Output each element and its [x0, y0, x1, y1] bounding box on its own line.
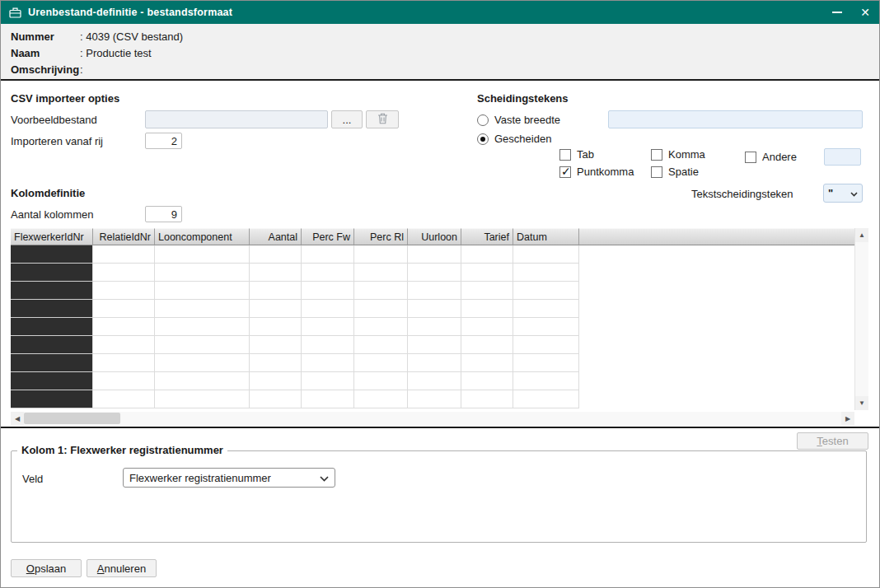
grid-cell[interactable]	[354, 245, 408, 264]
vertical-scrollbar[interactable]: ▲ ▼	[854, 228, 868, 410]
table-row[interactable]	[11, 245, 854, 264]
grid-cell[interactable]	[461, 336, 513, 354]
delete-file-button[interactable]	[366, 110, 399, 128]
checkbox-tab-box[interactable]	[559, 149, 571, 161]
grid-column-header[interactable]: Aantal	[250, 228, 302, 245]
checkbox-spatie-box[interactable]	[651, 166, 662, 178]
radio-gescheiden[interactable]: Gescheiden	[477, 133, 551, 145]
scroll-left-icon[interactable]: ◀	[11, 412, 24, 425]
grid-cell[interactable]	[250, 282, 302, 300]
grid-cell[interactable]	[513, 372, 579, 390]
grid-cell[interactable]	[461, 372, 513, 390]
grid-column-header[interactable]: Perc Rl	[354, 228, 408, 245]
grid-cell[interactable]	[155, 318, 250, 336]
grid-cell[interactable]	[461, 245, 513, 264]
table-row[interactable]	[11, 282, 854, 300]
grid-cell[interactable]	[302, 336, 354, 354]
selected-column-cell[interactable]	[11, 354, 93, 372]
grid-cell[interactable]	[93, 354, 155, 372]
andere-teken-input[interactable]	[824, 148, 861, 166]
vertical-scroll-track[interactable]	[855, 242, 868, 396]
grid-cell[interactable]	[461, 282, 513, 300]
grid-cell[interactable]	[408, 245, 461, 264]
selected-column-cell[interactable]	[11, 245, 93, 264]
table-row[interactable]	[11, 390, 854, 408]
checkbox-andere-box[interactable]	[745, 152, 756, 163]
grid-cell[interactable]	[155, 300, 250, 318]
grid-cell[interactable]	[461, 300, 513, 318]
opslaan-button[interactable]: Opslaan	[11, 559, 82, 577]
tekstscheidingsteken-select[interactable]: "	[823, 184, 863, 203]
grid-cell[interactable]	[93, 318, 155, 336]
grid-cell[interactable]	[354, 300, 408, 318]
selected-column-cell[interactable]	[11, 372, 93, 390]
grid-cell[interactable]	[408, 372, 461, 390]
grid-cell[interactable]	[354, 282, 408, 300]
grid-cell[interactable]	[155, 354, 250, 372]
grid-cell[interactable]	[93, 282, 155, 300]
grid-cell[interactable]	[408, 354, 461, 372]
selected-column-cell[interactable]	[11, 300, 93, 318]
grid-column-header[interactable]: RelatieIdNr	[93, 228, 155, 245]
aantal-kolommen-input[interactable]	[145, 206, 182, 222]
grid-cell[interactable]	[302, 282, 354, 300]
grid-cell[interactable]	[93, 264, 155, 282]
grid-cell[interactable]	[354, 336, 408, 354]
table-row[interactable]	[11, 354, 854, 372]
grid-cell[interactable]	[513, 390, 579, 408]
annuleren-button[interactable]: Annuleren	[87, 559, 157, 577]
testen-button[interactable]: Testen	[797, 432, 868, 450]
checkbox-puntkomma[interactable]: Puntkomma	[559, 166, 634, 178]
close-button[interactable]: ✕	[851, 1, 879, 24]
grid-cell[interactable]	[354, 354, 408, 372]
grid-cell[interactable]	[408, 264, 461, 282]
grid-cell[interactable]	[513, 245, 579, 264]
checkbox-andere[interactable]: Andere	[745, 151, 797, 163]
grid-cell[interactable]	[461, 390, 513, 408]
radio-vaste-breedte-circle[interactable]	[477, 114, 489, 126]
horizontal-scrollbar[interactable]: ◀ ▶	[11, 412, 854, 425]
grid-cell[interactable]	[250, 336, 302, 354]
voorbeeldbestand-input[interactable]	[145, 110, 328, 128]
grid-column-header[interactable]: Tarief	[461, 228, 513, 245]
grid-cell[interactable]	[354, 372, 408, 390]
grid-cell[interactable]	[155, 282, 250, 300]
grid-cell[interactable]	[302, 354, 354, 372]
grid-cell[interactable]	[408, 318, 461, 336]
grid-cell[interactable]	[302, 264, 354, 282]
grid-cell[interactable]	[250, 318, 302, 336]
grid-cell[interactable]	[93, 336, 155, 354]
checkbox-tab[interactable]: Tab	[559, 148, 594, 161]
grid-cell[interactable]	[155, 245, 250, 264]
grid-cell[interactable]	[408, 336, 461, 354]
grid-cell[interactable]	[354, 318, 408, 336]
grid-cell[interactable]	[513, 318, 579, 336]
checkbox-spatie[interactable]: Spatie	[651, 166, 699, 178]
importeren-vanaf-rij-input[interactable]	[145, 133, 182, 149]
table-row[interactable]	[11, 318, 854, 336]
grid-cell[interactable]	[93, 372, 155, 390]
grid-cell[interactable]	[461, 354, 513, 372]
checkbox-puntkomma-box[interactable]	[559, 166, 571, 178]
vaste-breedte-input[interactable]	[608, 110, 863, 128]
table-row[interactable]	[11, 264, 854, 282]
checkbox-komma-box[interactable]	[651, 149, 662, 161]
table-row[interactable]	[11, 300, 854, 318]
table-row[interactable]	[11, 372, 854, 390]
grid-cell[interactable]	[155, 390, 250, 408]
grid-column-header[interactable]: Perc Fw	[302, 228, 354, 245]
horizontal-scroll-thumb[interactable]	[24, 413, 120, 424]
grid-cell[interactable]	[354, 390, 408, 408]
grid-column-header[interactable]: Looncomponent	[155, 228, 250, 245]
selected-column-cell[interactable]	[11, 336, 93, 354]
table-row[interactable]	[11, 336, 854, 354]
grid-cell[interactable]	[302, 390, 354, 408]
grid-cell[interactable]	[93, 390, 155, 408]
grid-cell[interactable]	[513, 282, 579, 300]
grid-cell[interactable]	[513, 354, 579, 372]
grid-column-header[interactable]: Datum	[513, 228, 579, 245]
grid-cell[interactable]	[461, 264, 513, 282]
selected-column-cell[interactable]	[11, 282, 93, 300]
grid-cell[interactable]	[250, 245, 302, 264]
grid-cell[interactable]	[250, 372, 302, 390]
